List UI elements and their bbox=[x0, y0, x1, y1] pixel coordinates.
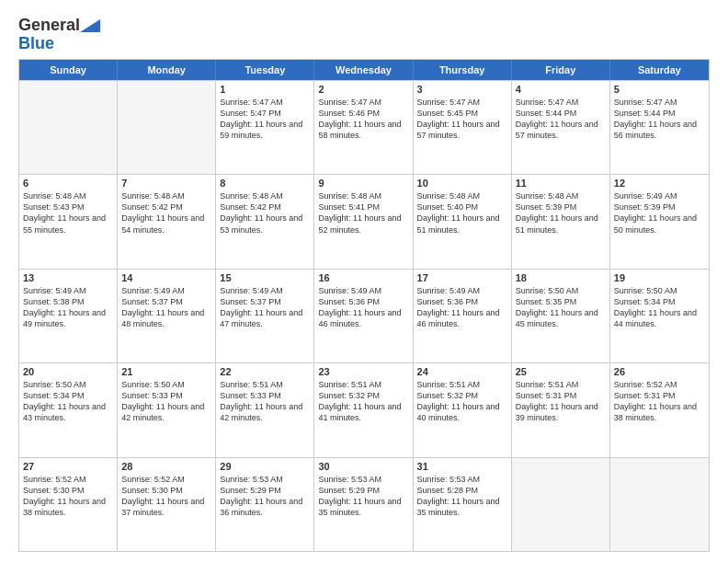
calendar: SundayMondayTuesdayWednesdayThursdayFrid… bbox=[18, 59, 710, 552]
cell-info: Sunrise: 5:49 AM Sunset: 5:36 PM Dayligh… bbox=[318, 285, 408, 330]
header-day-thursday: Thursday bbox=[414, 60, 512, 80]
day-number: 12 bbox=[614, 178, 705, 189]
logo: General Blue bbox=[18, 17, 100, 53]
logo-general: General bbox=[18, 17, 80, 35]
day-cell-29: 29Sunrise: 5:53 AM Sunset: 5:29 PM Dayli… bbox=[216, 458, 314, 551]
day-cell-14: 14Sunrise: 5:49 AM Sunset: 5:37 PM Dayli… bbox=[118, 270, 216, 362]
cell-info: Sunrise: 5:48 AM Sunset: 5:40 PM Dayligh… bbox=[417, 190, 507, 236]
header-day-saturday: Saturday bbox=[610, 60, 709, 80]
day-cell-7: 7Sunrise: 5:48 AM Sunset: 5:42 PM Daylig… bbox=[118, 175, 216, 268]
cell-info: Sunrise: 5:51 AM Sunset: 5:32 PM Dayligh… bbox=[318, 379, 408, 424]
empty-cell bbox=[19, 81, 118, 174]
day-cell-18: 18Sunrise: 5:50 AM Sunset: 5:35 PM Dayli… bbox=[512, 270, 610, 362]
cell-info: Sunrise: 5:48 AM Sunset: 5:42 PM Dayligh… bbox=[121, 190, 211, 236]
day-number: 16 bbox=[318, 272, 408, 283]
day-cell-31: 31Sunrise: 5:53 AM Sunset: 5:28 PM Dayli… bbox=[414, 458, 512, 551]
day-cell-10: 10Sunrise: 5:48 AM Sunset: 5:40 PM Dayli… bbox=[414, 175, 512, 268]
day-cell-23: 23Sunrise: 5:51 AM Sunset: 5:32 PM Dayli… bbox=[314, 363, 413, 456]
day-cell-28: 28Sunrise: 5:52 AM Sunset: 5:30 PM Dayli… bbox=[118, 458, 216, 551]
day-number: 9 bbox=[318, 178, 408, 189]
cell-info: Sunrise: 5:47 AM Sunset: 5:45 PM Dayligh… bbox=[417, 97, 507, 142]
cell-info: Sunrise: 5:53 AM Sunset: 5:28 PM Dayligh… bbox=[417, 474, 507, 519]
cell-info: Sunrise: 5:48 AM Sunset: 5:43 PM Dayligh… bbox=[23, 190, 113, 236]
day-number: 27 bbox=[23, 461, 113, 472]
day-number: 6 bbox=[23, 178, 113, 189]
day-number: 18 bbox=[516, 272, 606, 283]
cell-info: Sunrise: 5:50 AM Sunset: 5:34 PM Dayligh… bbox=[23, 379, 113, 424]
day-number: 30 bbox=[318, 461, 408, 472]
day-number: 20 bbox=[23, 366, 113, 377]
day-cell-15: 15Sunrise: 5:49 AM Sunset: 5:37 PM Dayli… bbox=[216, 270, 314, 362]
cell-info: Sunrise: 5:52 AM Sunset: 5:31 PM Dayligh… bbox=[614, 379, 705, 424]
header: General Blue bbox=[18, 15, 710, 53]
day-cell-27: 27Sunrise: 5:52 AM Sunset: 5:30 PM Dayli… bbox=[19, 458, 118, 551]
day-number: 22 bbox=[220, 366, 310, 377]
cell-info: Sunrise: 5:49 AM Sunset: 5:38 PM Dayligh… bbox=[23, 285, 113, 330]
day-cell-3: 3Sunrise: 5:47 AM Sunset: 5:45 PM Daylig… bbox=[414, 81, 512, 174]
header-day-tuesday: Tuesday bbox=[216, 60, 314, 80]
cell-info: Sunrise: 5:48 AM Sunset: 5:41 PM Dayligh… bbox=[318, 190, 408, 236]
cell-info: Sunrise: 5:49 AM Sunset: 5:37 PM Dayligh… bbox=[220, 285, 310, 330]
cell-info: Sunrise: 5:51 AM Sunset: 5:32 PM Dayligh… bbox=[417, 379, 507, 424]
calendar-row-3: 20Sunrise: 5:50 AM Sunset: 5:34 PM Dayli… bbox=[19, 362, 709, 456]
day-cell-25: 25Sunrise: 5:51 AM Sunset: 5:31 PM Dayli… bbox=[512, 363, 610, 456]
day-cell-16: 16Sunrise: 5:49 AM Sunset: 5:36 PM Dayli… bbox=[314, 270, 413, 362]
cell-info: Sunrise: 5:53 AM Sunset: 5:29 PM Dayligh… bbox=[318, 474, 408, 519]
day-cell-21: 21Sunrise: 5:50 AM Sunset: 5:33 PM Dayli… bbox=[118, 363, 216, 456]
cell-info: Sunrise: 5:52 AM Sunset: 5:30 PM Dayligh… bbox=[23, 474, 113, 519]
day-cell-24: 24Sunrise: 5:51 AM Sunset: 5:32 PM Dayli… bbox=[414, 363, 512, 456]
day-number: 14 bbox=[121, 272, 211, 283]
day-number: 1 bbox=[220, 84, 310, 95]
day-number: 31 bbox=[417, 461, 507, 472]
logo-icon bbox=[80, 19, 100, 32]
day-cell-22: 22Sunrise: 5:51 AM Sunset: 5:33 PM Dayli… bbox=[216, 363, 314, 456]
calendar-body: 1Sunrise: 5:47 AM Sunset: 5:47 PM Daylig… bbox=[19, 80, 709, 551]
header-day-monday: Monday bbox=[118, 60, 216, 80]
cell-info: Sunrise: 5:52 AM Sunset: 5:30 PM Dayligh… bbox=[121, 474, 211, 519]
cell-info: Sunrise: 5:49 AM Sunset: 5:37 PM Dayligh… bbox=[121, 285, 211, 330]
day-number: 21 bbox=[121, 366, 211, 377]
day-cell-30: 30Sunrise: 5:53 AM Sunset: 5:29 PM Dayli… bbox=[314, 458, 413, 551]
day-number: 4 bbox=[516, 84, 606, 95]
day-number: 13 bbox=[23, 272, 113, 283]
day-number: 5 bbox=[614, 84, 705, 95]
cell-info: Sunrise: 5:49 AM Sunset: 5:36 PM Dayligh… bbox=[417, 285, 507, 330]
day-cell-26: 26Sunrise: 5:52 AM Sunset: 5:31 PM Dayli… bbox=[610, 363, 709, 456]
calendar-row-1: 6Sunrise: 5:48 AM Sunset: 5:43 PM Daylig… bbox=[19, 174, 709, 268]
calendar-row-4: 27Sunrise: 5:52 AM Sunset: 5:30 PM Dayli… bbox=[19, 457, 709, 551]
header-day-friday: Friday bbox=[512, 60, 610, 80]
day-number: 7 bbox=[121, 178, 211, 189]
page: General Blue SundayMondayTuesdayWednesda… bbox=[0, 0, 728, 563]
day-number: 8 bbox=[220, 178, 310, 189]
day-number: 10 bbox=[417, 178, 507, 189]
cell-info: Sunrise: 5:47 AM Sunset: 5:46 PM Dayligh… bbox=[318, 97, 408, 142]
day-cell-19: 19Sunrise: 5:50 AM Sunset: 5:34 PM Dayli… bbox=[610, 270, 709, 362]
day-cell-12: 12Sunrise: 5:49 AM Sunset: 5:39 PM Dayli… bbox=[610, 175, 709, 268]
cell-info: Sunrise: 5:47 AM Sunset: 5:44 PM Dayligh… bbox=[614, 97, 705, 142]
cell-info: Sunrise: 5:51 AM Sunset: 5:33 PM Dayligh… bbox=[220, 379, 310, 424]
cell-info: Sunrise: 5:50 AM Sunset: 5:34 PM Dayligh… bbox=[614, 285, 705, 330]
day-number: 3 bbox=[417, 84, 507, 95]
day-cell-17: 17Sunrise: 5:49 AM Sunset: 5:36 PM Dayli… bbox=[414, 270, 512, 362]
day-cell-2: 2Sunrise: 5:47 AM Sunset: 5:46 PM Daylig… bbox=[314, 81, 413, 174]
day-number: 26 bbox=[614, 366, 705, 377]
cell-info: Sunrise: 5:48 AM Sunset: 5:39 PM Dayligh… bbox=[516, 190, 606, 236]
cell-info: Sunrise: 5:47 AM Sunset: 5:44 PM Dayligh… bbox=[516, 97, 606, 142]
day-number: 24 bbox=[417, 366, 507, 377]
day-number: 15 bbox=[220, 272, 310, 283]
calendar-header: SundayMondayTuesdayWednesdayThursdayFrid… bbox=[19, 60, 709, 80]
cell-info: Sunrise: 5:50 AM Sunset: 5:35 PM Dayligh… bbox=[516, 285, 606, 330]
cell-info: Sunrise: 5:49 AM Sunset: 5:39 PM Dayligh… bbox=[614, 190, 705, 236]
svg-marker-0 bbox=[80, 19, 100, 32]
cell-info: Sunrise: 5:48 AM Sunset: 5:42 PM Dayligh… bbox=[220, 190, 310, 236]
empty-cell bbox=[610, 458, 709, 551]
day-number: 28 bbox=[121, 461, 211, 472]
header-day-wednesday: Wednesday bbox=[314, 60, 413, 80]
day-number: 23 bbox=[318, 366, 408, 377]
cell-info: Sunrise: 5:47 AM Sunset: 5:47 PM Dayligh… bbox=[220, 97, 310, 142]
day-cell-1: 1Sunrise: 5:47 AM Sunset: 5:47 PM Daylig… bbox=[216, 81, 314, 174]
day-number: 25 bbox=[516, 366, 606, 377]
header-day-sunday: Sunday bbox=[19, 60, 118, 80]
day-number: 11 bbox=[516, 178, 606, 189]
day-cell-13: 13Sunrise: 5:49 AM Sunset: 5:38 PM Dayli… bbox=[19, 270, 118, 362]
